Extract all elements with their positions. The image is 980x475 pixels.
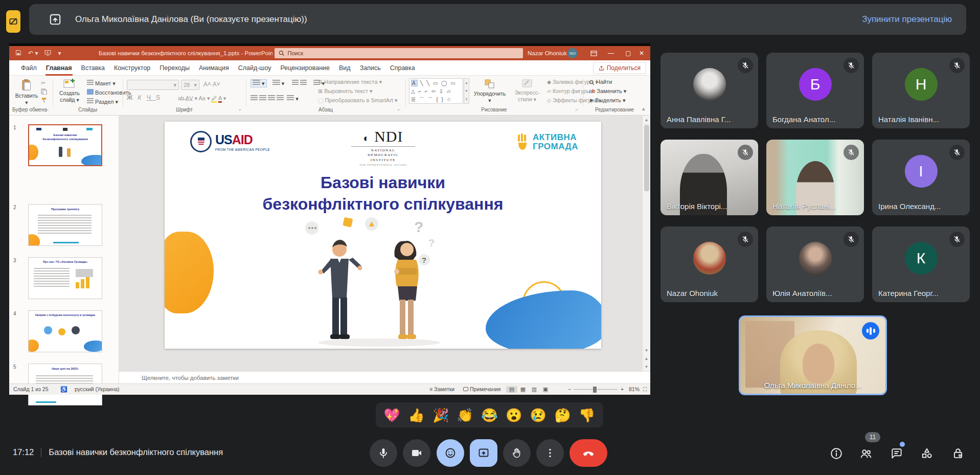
account-name[interactable]: Nazar Ohoniuk bbox=[528, 50, 567, 56]
reaction-laugh[interactable]: 😂 bbox=[481, 409, 497, 422]
host-controls-button[interactable] bbox=[951, 447, 965, 460]
view-buttons[interactable]: ▤▦▥▣ bbox=[506, 386, 551, 393]
reaction-heart[interactable]: 💖 bbox=[384, 409, 400, 422]
notes-pane[interactable]: Щелкните, чтобы добавить заметки bbox=[119, 371, 650, 383]
font-dialog-launcher[interactable]: ⌐ bbox=[239, 107, 242, 112]
vertical-scrollbar[interactable]: ▲ ▼ ▲ ▼ bbox=[642, 116, 650, 371]
paste-button[interactable]: Вставить▾ bbox=[13, 79, 40, 106]
slide-thumbnail-4[interactable]: Напрям з побудови консенсусу в громадах bbox=[28, 310, 102, 352]
grow-shrink-font-icons[interactable]: A˄ A˅ bbox=[203, 81, 220, 88]
meeting-details-button[interactable] bbox=[830, 447, 843, 460]
font-name-combo[interactable]: ▾ bbox=[127, 80, 179, 90]
tab-transitions[interactable]: Переходы bbox=[155, 60, 194, 76]
bullets-numbering-buttons[interactable]: ▾ ▾ ▾ bbox=[250, 80, 325, 87]
align-text-button[interactable]: ⊞ Выровнять текст ▾ bbox=[318, 88, 373, 95]
minimize-button[interactable]: — bbox=[602, 46, 620, 60]
chat-button[interactable] bbox=[890, 447, 903, 460]
comments-toggle[interactable]: Примечания bbox=[463, 386, 501, 392]
ppt-share-button[interactable]: Поделиться bbox=[593, 62, 646, 74]
zoom-out-button[interactable]: − bbox=[568, 386, 571, 392]
participant-tile[interactable]: І Ірина Олександ... bbox=[872, 140, 970, 215]
tab-help[interactable]: Справка bbox=[385, 60, 420, 76]
save-icon[interactable] bbox=[15, 50, 21, 57]
reaction-cry[interactable]: 😢 bbox=[530, 409, 546, 422]
drawing-dialog-launcher[interactable]: ⌐ bbox=[576, 107, 578, 112]
shape-outline-button[interactable]: ▱ Контур фигуры ▾ bbox=[547, 88, 595, 94]
paragraph-dialog-launcher[interactable]: ⌐ bbox=[398, 107, 400, 112]
close-button[interactable]: ✕ bbox=[633, 46, 650, 60]
people-button[interactable] bbox=[859, 447, 873, 460]
participant-tile[interactable]: Юлія Анатоліїв... bbox=[766, 227, 864, 302]
customize-qat-icon[interactable]: ▾ bbox=[58, 50, 61, 56]
mic-button[interactable] bbox=[370, 439, 397, 467]
reactions-button[interactable] bbox=[437, 439, 464, 467]
shapes-gallery[interactable]: A ╲ ╲ ▭ ◯ ▭△ ⌐ ⌐ ⇦ ⇩ ▱☰ ⌒ ⌒ { } ☆ bbox=[409, 78, 463, 104]
end-call-button[interactable] bbox=[569, 439, 607, 467]
tab-animations[interactable]: Анимация bbox=[194, 60, 234, 76]
participant-tile[interactable]: Nazar Ohoniuk bbox=[660, 227, 758, 302]
accessibility-icon[interactable]: ♿ bbox=[60, 386, 67, 393]
shapes-gallery-scroll[interactable]: ▲▼⊻ bbox=[464, 78, 469, 104]
alignment-buttons[interactable]: ▾ bbox=[250, 95, 299, 102]
replace-button[interactable]: ab Заменить ▾ bbox=[589, 88, 626, 95]
clipboard-dialog-launcher[interactable]: ⌐ bbox=[46, 107, 49, 112]
find-button[interactable]: Найти bbox=[589, 79, 612, 85]
participant-tile[interactable]: К Катерина Георг... bbox=[872, 227, 970, 302]
tab-insert[interactable]: Вставка bbox=[77, 60, 109, 76]
participant-tile[interactable]: Анна Павлівна Г... bbox=[660, 53, 758, 128]
more-font-buttons[interactable]: ab̶ A̲V̲ ▾ Aa ▾ 🖉 A ▾ bbox=[178, 95, 226, 102]
raise-hand-button[interactable] bbox=[503, 439, 531, 467]
stop-presentation-button[interactable]: Зупинити презентацію bbox=[862, 14, 952, 25]
notes-toggle[interactable]: ≡ Заметки bbox=[429, 386, 454, 392]
reaction-thumbs-down[interactable]: 👎 bbox=[579, 409, 595, 422]
zoom-level[interactable]: 81% bbox=[629, 386, 640, 392]
tab-home[interactable]: Главная bbox=[41, 60, 77, 76]
reaction-clap[interactable]: 👏 bbox=[457, 409, 473, 422]
layout-button[interactable]: Макет ▾ bbox=[87, 80, 116, 87]
tab-design[interactable]: Конструктор bbox=[109, 60, 155, 76]
cut-button[interactable]: ✂ bbox=[41, 80, 45, 86]
tab-review[interactable]: Рецензирование bbox=[276, 60, 334, 76]
arrange-button[interactable]: Упорядочить▾ bbox=[470, 79, 509, 104]
slide-thumbnail-2[interactable]: Програма тренінгу bbox=[28, 204, 102, 246]
active-speaker-tile[interactable]: Ольга Миколаївна Даніло... bbox=[739, 315, 887, 395]
tab-file[interactable]: Файл bbox=[16, 60, 41, 76]
smartart-button[interactable]: ⬚ Преобразовать в SmartArt ▾ bbox=[318, 97, 397, 104]
slide-thumbnail-1[interactable]: Базові навички безконфліктного спілкуван… bbox=[28, 124, 102, 166]
undo-icon[interactable]: ↶ ▾ bbox=[28, 50, 38, 56]
activities-button[interactable] bbox=[920, 447, 933, 460]
reaction-thinking[interactable]: 🤔 bbox=[554, 409, 571, 422]
font-size-combo[interactable]: 28▾ bbox=[181, 80, 199, 90]
format-painter-button[interactable] bbox=[41, 97, 47, 104]
participant-tile[interactable]: Н Наталія Іванівн... bbox=[872, 53, 970, 128]
new-slide-button[interactable]: Создатьслайд ▾ bbox=[55, 78, 84, 103]
select-button[interactable]: ➤ Выделить ▾ bbox=[589, 97, 626, 104]
tab-slideshow[interactable]: Слайд-шоу bbox=[234, 60, 276, 76]
quick-styles-button[interactable]: Экспресс-стили ▾ bbox=[511, 79, 543, 103]
search-input[interactable] bbox=[288, 50, 519, 56]
reaction-party[interactable]: 🎉 bbox=[432, 409, 449, 422]
start-slideshow-icon[interactable] bbox=[44, 50, 51, 57]
fit-to-window-icon[interactable]: ⛶ bbox=[643, 386, 647, 393]
reaction-thumbs-up[interactable]: 👍 bbox=[408, 409, 424, 422]
slide-thumbnail-3[interactable]: Про нас: ГО «Активна Громада» bbox=[28, 257, 102, 299]
font-format-buttons[interactable]: ЖКЧS bbox=[127, 94, 165, 101]
current-slide[interactable]: USAID FROM THE AMERICAN PEOPLE ◐ NDI NAT… bbox=[165, 122, 601, 349]
ppt-search-box[interactable] bbox=[275, 48, 523, 58]
more-options-button[interactable] bbox=[536, 439, 564, 467]
participant-tile[interactable]: Наталія Руслані... bbox=[766, 140, 864, 215]
language-status[interactable]: русский (Украина) bbox=[75, 386, 120, 392]
reaction-surprised[interactable]: 😮 bbox=[506, 409, 522, 422]
participant-tile[interactable]: Б Богдана Анатол... bbox=[766, 53, 864, 128]
reset-button[interactable]: Восстановить bbox=[87, 89, 131, 96]
participant-tile[interactable]: Вікторія Вікторі... bbox=[660, 140, 758, 215]
section-button[interactable]: Раздел ▾ bbox=[87, 98, 118, 105]
camera-button[interactable] bbox=[403, 439, 430, 467]
copy-button[interactable] bbox=[41, 88, 47, 96]
text-direction-button[interactable]: ⇅ Направление текста ▾ bbox=[318, 79, 382, 85]
account-avatar[interactable]: NO bbox=[567, 48, 578, 58]
zoom-slider-thumb[interactable] bbox=[593, 387, 597, 393]
present-button[interactable] bbox=[470, 439, 497, 467]
tab-view[interactable]: Вид bbox=[334, 60, 355, 76]
tab-record[interactable]: Запись bbox=[355, 60, 385, 76]
